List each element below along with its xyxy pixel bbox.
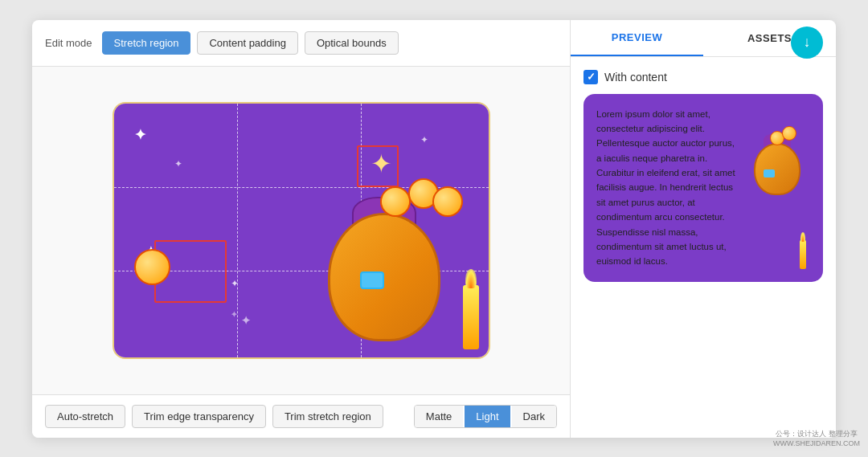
theme-group: Matte Light Dark (414, 405, 557, 428)
preview-text: Lorem ipsum dolor sit amet, consectetur … (596, 107, 738, 269)
auto-stretch-button[interactable]: Auto-stretch (45, 405, 125, 428)
sparkle-tl: ✦ (134, 126, 146, 144)
tab-preview[interactable]: PREVIEW (571, 20, 703, 56)
watermark-line1: 公号：设计达人 整理分享 (773, 429, 860, 439)
tab-optical-bounds[interactable]: Optical bounds (305, 31, 399, 55)
gem (360, 271, 384, 289)
coin-3 (432, 186, 463, 217)
trim-stretch-region-button[interactable]: Trim stretch region (272, 405, 383, 428)
sparkle-tr: ✦ (420, 134, 428, 145)
right-panel: PREVIEW ASSETS ↓ ✓ With content Lorem ip… (571, 20, 836, 438)
sparkle-small-1: ✦ (174, 158, 182, 169)
with-content-label: With content (604, 71, 667, 84)
bottom-toolbar: Auto-stretch Trim edge transparency Trim… (32, 394, 570, 438)
mini-gem (764, 169, 775, 177)
theme-matte-button[interactable]: Matte (415, 406, 464, 427)
coin-bag (312, 181, 457, 341)
coin-1 (380, 186, 411, 217)
download-button[interactable]: ↓ (791, 27, 823, 59)
tab-content-padding[interactable]: Content padding (197, 31, 297, 55)
grid-line-v1 (237, 104, 238, 357)
main-container: Edit mode Stretch region Content padding… (32, 20, 836, 438)
image-frame: ✦ ✦ ✦ ✦ ✦ ✦ ✦ ✦ (113, 102, 490, 359)
sparkle-bottom: ✦ (231, 310, 237, 319)
coin-left (134, 249, 170, 285)
torch (463, 285, 479, 349)
image-background: ✦ ✦ ✦ ✦ ✦ ✦ ✦ ✦ (114, 104, 489, 357)
canvas-area: ✦ ✦ ✦ ✦ ✦ ✦ ✦ ✦ (32, 67, 570, 394)
left-panel: Edit mode Stretch region Content padding… (32, 20, 571, 438)
edit-mode-label: Edit mode (45, 37, 92, 49)
watermark-line2: WWW.SHEJIDAREN.COM (773, 439, 860, 449)
tab-stretch-region[interactable]: Stretch region (102, 31, 191, 55)
checkbox-check-icon: ✓ (587, 71, 596, 83)
preview-card: Lorem ipsum dolor sit amet, consectetur … (583, 94, 823, 282)
torch-flame (465, 269, 477, 288)
mini-coin-2 (782, 126, 796, 141)
with-content-checkbox[interactable]: ✓ (583, 70, 598, 84)
trim-edge-transparency-button[interactable]: Trim edge transparency (132, 405, 266, 428)
sparkle-mid: ✦ (231, 278, 239, 289)
watermark: 公号：设计达人 整理分享 WWW.SHEJIDAREN.COM (773, 429, 860, 449)
download-icon: ↓ (804, 34, 811, 51)
mini-torch-flame (800, 232, 805, 242)
mini-bag-body (754, 143, 800, 195)
mini-torch (800, 240, 806, 269)
theme-dark-button[interactable]: Dark (512, 406, 556, 427)
with-content-row: ✓ With content (583, 70, 823, 84)
preview-illustration (746, 107, 810, 269)
sparkle-br: ✦ (241, 314, 251, 327)
right-header: PREVIEW ASSETS ↓ (571, 20, 836, 57)
yellow-star-sparkle: ✦ (371, 149, 392, 179)
bag-body (328, 213, 440, 341)
mini-bag (746, 123, 810, 195)
right-content: ✓ With content Lorem ipsum dolor sit ame… (571, 57, 836, 438)
theme-light-button[interactable]: Light (465, 406, 510, 427)
toolbar: Edit mode Stretch region Content padding… (32, 20, 570, 67)
